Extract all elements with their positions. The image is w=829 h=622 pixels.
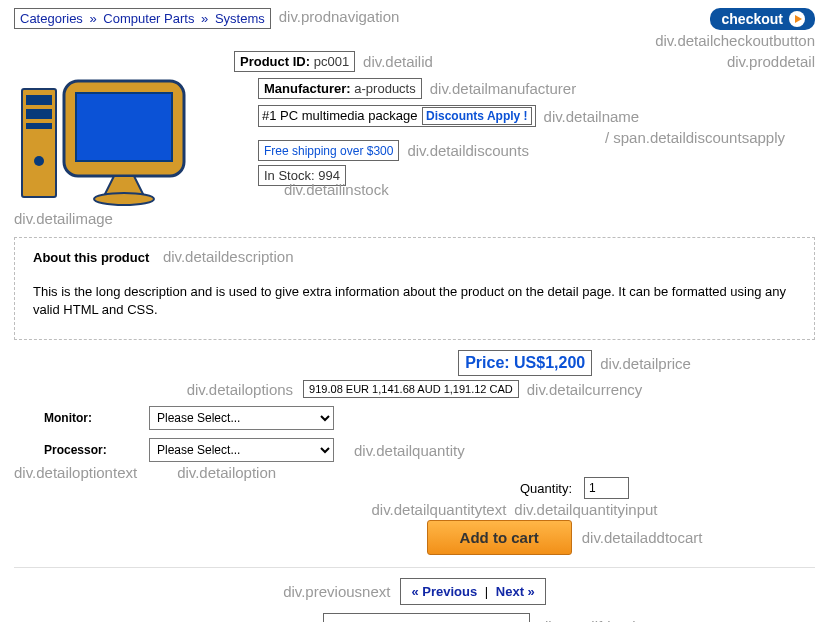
breadcrumb: Categories » Computer Parts » Systems <box>14 8 271 29</box>
separator: | <box>485 584 488 599</box>
annot-detaildiscounts: div.detaildiscounts <box>407 142 528 159</box>
annot-proddetail: div.proddetail <box>727 53 815 70</box>
discounts-apply-link[interactable]: Discounts Apply ! <box>422 107 532 125</box>
monitor-select[interactable]: Please Select... <box>149 406 334 430</box>
breadcrumb-systems[interactable]: Systems <box>215 11 265 26</box>
annot-detailmanufacturer: div.detailmanufacturer <box>430 80 576 97</box>
svg-rect-3 <box>26 123 52 129</box>
breadcrumb-categories[interactable]: Categories <box>20 11 83 26</box>
breadcrumb-sep-icon: » <box>201 11 208 26</box>
annot-detailname: div.detailname <box>544 108 640 125</box>
annot-detailaddtocart: div.detailaddtocart <box>582 529 703 546</box>
annot-detailoption: div.detailoption <box>177 464 276 481</box>
description-body: This is the long description and is used… <box>33 283 796 319</box>
annot-detailcurrency: div.detailcurrency <box>527 381 643 398</box>
previous-link[interactable]: « Previous <box>411 584 477 599</box>
svg-rect-2 <box>26 109 52 119</box>
annot-detailquantityinput: div.detailquantityinput <box>514 501 657 518</box>
breadcrumb-sep-icon: » <box>90 11 97 26</box>
annot-detailinstock: div.detailinstock <box>284 181 389 198</box>
annot-detailoptions: div.detailoptions <box>187 381 293 398</box>
discount-text: Free shipping over $300 <box>264 144 393 158</box>
annot-detaildiscountsapply: / span.detaildiscountsapply <box>605 129 785 146</box>
price-value: US$1,200 <box>514 354 585 371</box>
manufacturer-box: Manufacturer: a-products <box>258 78 422 99</box>
email-box: Email Friend | Ask A Question <box>323 613 530 622</box>
previous-next-box: « Previous | Next » <box>400 578 545 605</box>
description-heading: About this product <box>33 250 149 265</box>
annot-detailimage: div.detailimage <box>14 210 214 227</box>
svg-rect-1 <box>26 95 52 105</box>
checkout-label: checkout <box>722 11 783 27</box>
description-box: About this product div.detaildescription… <box>14 237 815 340</box>
product-name: #1 PC multimedia package <box>262 108 417 123</box>
svg-rect-6 <box>76 93 172 161</box>
manufacturer-label: Manufacturer: <box>264 81 351 96</box>
discount-box: Free shipping over $300 <box>258 140 399 161</box>
annot-prodnavigation: div.prodnavigation <box>279 8 400 25</box>
product-id-box: Product ID: pc001 <box>234 51 355 72</box>
quantity-input[interactable] <box>584 477 629 499</box>
quantity-label: Quantity: <box>520 481 572 496</box>
monitor-label: Monitor: <box>44 411 149 425</box>
checkout-button[interactable]: checkout <box>710 8 815 30</box>
annot-detaildescription: div.detaildescription <box>163 248 294 265</box>
annot-detailcheckoutbutton: div.detailcheckoutbutton <box>655 32 815 49</box>
annot-detailquantitytext: div.detailquantitytext <box>372 501 507 518</box>
annot-emailfriend: div.emailfriend <box>540 618 636 622</box>
svg-rect-0 <box>22 89 56 197</box>
product-id-value: pc001 <box>314 54 349 69</box>
annot-detailprice: div.detailprice <box>600 355 691 372</box>
annot-detailid: div.detailid <box>363 53 433 70</box>
product-image <box>14 51 194 206</box>
product-name-box: #1 PC multimedia package Discounts Apply… <box>258 105 536 127</box>
next-link[interactable]: Next » <box>496 584 535 599</box>
price-label: Price: <box>465 354 509 371</box>
price-box: Price: US$1,200 <box>458 350 592 376</box>
annot-detailoptiontext: div.detailoptiontext <box>14 464 137 481</box>
manufacturer-value: a-products <box>354 81 415 96</box>
annot-previousnext: div.previousnext <box>283 583 390 600</box>
add-to-cart-button[interactable]: Add to cart <box>427 520 572 555</box>
svg-point-7 <box>94 193 154 205</box>
currency-box: 919.08 EUR 1,141.68 AUD 1,191.12 CAD <box>303 380 519 398</box>
processor-label: Processor: <box>44 443 149 457</box>
breadcrumb-computer-parts[interactable]: Computer Parts <box>103 11 194 26</box>
annot-detailquantity: div.detailquantity <box>354 442 465 459</box>
play-icon <box>789 11 805 27</box>
svg-point-4 <box>34 156 44 166</box>
processor-select[interactable]: Please Select... <box>149 438 334 462</box>
product-id-label: Product ID: <box>240 54 310 69</box>
